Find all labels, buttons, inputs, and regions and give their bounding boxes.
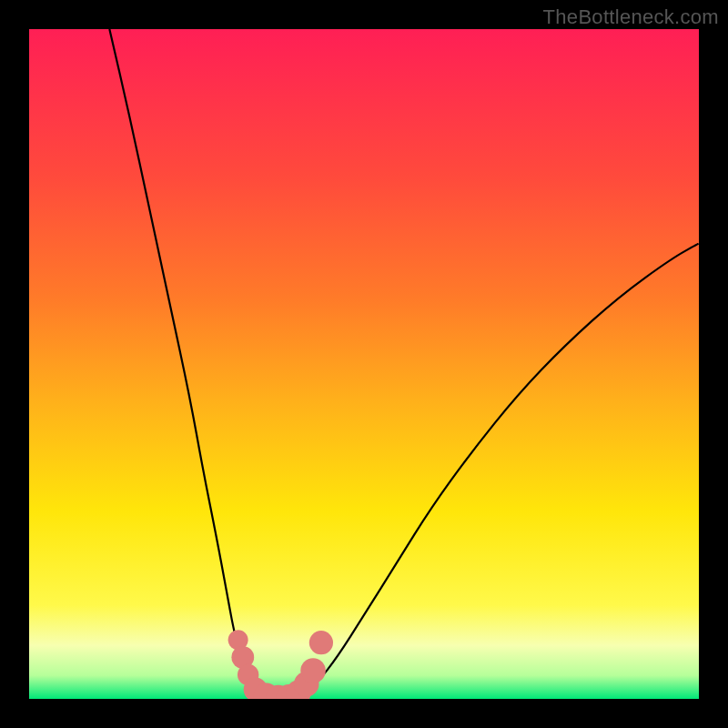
chart-svg — [29, 29, 699, 699]
plot-area — [29, 29, 699, 699]
watermark-text: TheBottleneck.com — [543, 5, 719, 29]
curve-marker — [309, 631, 333, 654]
gradient-background — [29, 29, 699, 699]
chart-frame: TheBottleneck.com — [0, 0, 728, 728]
curve-marker — [300, 658, 326, 683]
